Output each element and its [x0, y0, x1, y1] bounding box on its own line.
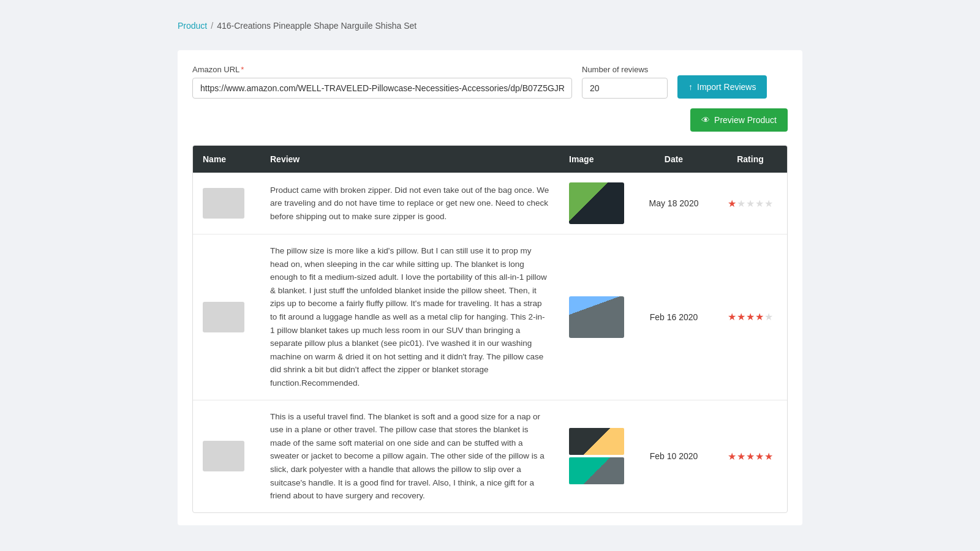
star-rating: ★ ★ ★ ★ ★: [728, 198, 773, 209]
amazon-url-input[interactable]: [192, 78, 572, 99]
star-5: ★: [764, 311, 773, 323]
col-header-image: Image: [559, 146, 634, 173]
review-date: May 18 2020: [649, 198, 699, 208]
review-image-cell: [559, 234, 634, 400]
review-image-cell: [559, 400, 634, 512]
table-header-row: Name Review Image Date Rating: [193, 146, 787, 173]
star-2: ★: [737, 198, 745, 209]
star-4: ★: [755, 451, 764, 462]
breadcrumb: Product / 416-Creations Pineapple Shape …: [178, 12, 802, 39]
review-image: [569, 182, 624, 224]
breadcrumb-link[interactable]: Product: [178, 21, 207, 31]
table-row: Product came with broken zipper. Did not…: [193, 173, 787, 234]
preview-row: Preview Product: [192, 108, 788, 139]
review-text-cell: The pillow size is more like a kid's pil…: [260, 234, 559, 400]
breadcrumb-current: 416-Creations Pineapple Shape Narguile S…: [217, 21, 417, 31]
avatar-placeholder: [203, 441, 244, 471]
amazon-url-group: Amazon URL*: [192, 65, 572, 99]
col-header-name: Name: [193, 146, 260, 173]
table-row: The pillow size is more like a kid's pil…: [193, 234, 787, 400]
review-date-cell: Feb 10 2020: [634, 400, 714, 512]
col-header-date: Date: [634, 146, 714, 173]
num-reviews-label: Number of reviews: [582, 65, 668, 74]
review-rating-cell: ★ ★ ★ ★ ★: [714, 234, 787, 400]
review-text-cell: Product came with broken zipper. Did not…: [260, 173, 559, 234]
star-3: ★: [746, 451, 755, 462]
reviewer-avatar-cell: [193, 173, 260, 234]
required-star: *: [241, 65, 244, 74]
eye-icon: [701, 115, 710, 125]
col-header-rating: Rating: [714, 146, 787, 173]
star-1: ★: [728, 311, 736, 323]
review-date-cell: May 18 2020: [634, 173, 714, 234]
reviewer-avatar-cell: [193, 400, 260, 512]
star-2: ★: [737, 311, 745, 323]
star-3: ★: [746, 311, 755, 323]
table-row: This is a useful travel find. The blanke…: [193, 400, 787, 512]
num-reviews-group: Number of reviews: [582, 65, 668, 99]
import-reviews-label: Import Reviews: [697, 82, 756, 92]
reviews-table-container: Name Review Image Date Rating Pro: [192, 145, 788, 513]
star-1: ★: [728, 198, 736, 209]
review-date: Feb 16 2020: [650, 312, 698, 322]
star-3: ★: [746, 198, 755, 209]
star-2: ★: [737, 451, 745, 462]
review-image-top: [569, 428, 624, 455]
review-text: The pillow size is more like a kid's pil…: [270, 246, 547, 388]
review-date: Feb 10 2020: [650, 451, 698, 461]
star-4: ★: [755, 198, 764, 209]
amazon-url-label: Amazon URL*: [192, 65, 572, 74]
review-image-double: [569, 428, 624, 484]
reviewer-avatar-cell: [193, 234, 260, 400]
review-text: This is a useful travel find. The blanke…: [270, 412, 545, 501]
review-rating-cell: ★ ★ ★ ★ ★: [714, 400, 787, 512]
upload-icon: [688, 82, 693, 92]
num-reviews-input[interactable]: [582, 78, 668, 99]
review-image-bottom: [569, 457, 624, 484]
review-date-cell: Feb 16 2020: [634, 234, 714, 400]
form-section: Amazon URL* Number of reviews Import Rev…: [178, 50, 802, 525]
star-rating: ★ ★ ★ ★ ★: [728, 451, 773, 462]
review-image: [569, 296, 624, 338]
review-rating-cell: ★ ★ ★ ★ ★: [714, 173, 787, 234]
review-text: Product came with broken zipper. Did not…: [270, 186, 549, 221]
reviews-table: Name Review Image Date Rating Pro: [193, 146, 787, 512]
review-image-cell: [559, 173, 634, 234]
avatar-placeholder: [203, 302, 244, 332]
star-4: ★: [755, 311, 764, 323]
col-header-review: Review: [260, 146, 559, 173]
avatar-placeholder: [203, 188, 244, 219]
star-5: ★: [764, 198, 773, 209]
preview-product-label: Preview Product: [714, 115, 777, 125]
star-5: ★: [764, 451, 773, 462]
review-text-cell: This is a useful travel find. The blanke…: [260, 400, 559, 512]
preview-product-button[interactable]: Preview Product: [690, 108, 788, 132]
star-1: ★: [728, 451, 736, 462]
import-reviews-button[interactable]: Import Reviews: [677, 75, 767, 99]
star-rating: ★ ★ ★ ★ ★: [728, 311, 773, 323]
breadcrumb-separator: /: [211, 21, 213, 31]
form-row: Amazon URL* Number of reviews Import Rev…: [192, 65, 788, 99]
